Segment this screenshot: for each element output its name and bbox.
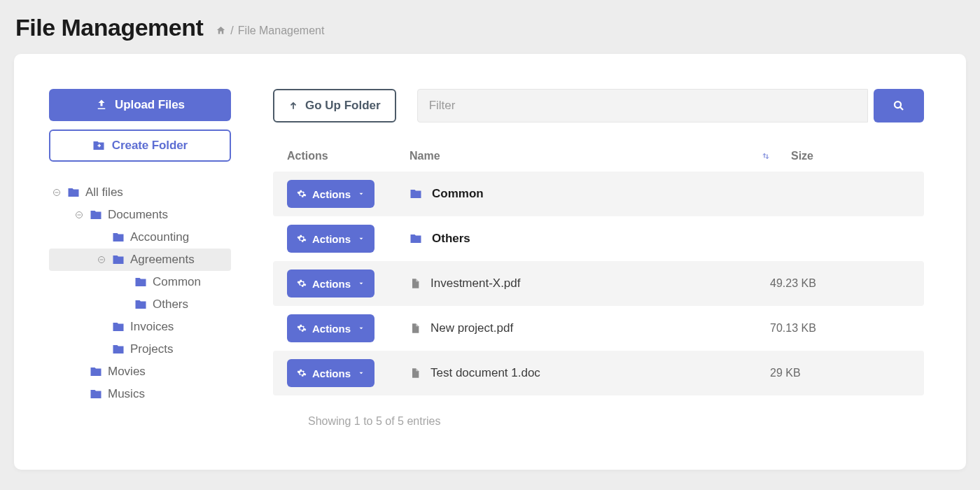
folder-icon xyxy=(67,186,80,199)
tree-toggle-icon[interactable] xyxy=(52,188,62,197)
breadcrumb-current: File Management xyxy=(238,24,325,37)
tree-item-label: Invoices xyxy=(130,320,174,334)
row-actions-button[interactable]: Actions xyxy=(287,180,374,208)
folder-icon xyxy=(112,253,125,266)
folder-plus-icon xyxy=(92,139,105,152)
caret-down-icon xyxy=(358,235,365,242)
folder-icon xyxy=(90,365,102,378)
folder-icon xyxy=(90,209,102,221)
tree-item-label: Accounting xyxy=(130,230,189,244)
folder-icon xyxy=(134,276,147,288)
tree-toggle-icon[interactable] xyxy=(74,211,84,219)
create-folder-button[interactable]: Create Folder xyxy=(49,130,231,162)
row-size: 29 KB xyxy=(770,367,910,379)
folder-icon xyxy=(112,343,125,356)
upload-files-button[interactable]: Upload Files xyxy=(49,89,231,121)
go-up-label: Go Up Folder xyxy=(305,99,381,113)
gear-icon xyxy=(297,234,307,244)
tree-item-agreements[interactable]: Agreements xyxy=(49,248,231,271)
table-row[interactable]: ActionsCommon xyxy=(273,172,924,216)
folder-icon xyxy=(112,231,125,244)
tree-item-label: Documents xyxy=(108,208,168,222)
row-actions-label: Actions xyxy=(312,188,351,200)
folder-tree: All filesDocumentsAccountingAgreementsCo… xyxy=(49,181,231,405)
file-icon xyxy=(410,367,421,379)
create-folder-label: Create Folder xyxy=(112,139,188,153)
tree-item-all-files[interactable]: All files xyxy=(49,181,231,204)
tree-item-label: All files xyxy=(85,186,123,200)
row-actions-button[interactable]: Actions xyxy=(287,270,374,298)
tree-item-projects[interactable]: Projects xyxy=(49,338,231,360)
caret-down-icon xyxy=(358,325,365,332)
row-size: 49.23 KB xyxy=(770,277,910,290)
tree-item-label: Musics xyxy=(108,387,145,401)
table-row[interactable]: ActionsNew project.pdf70.13 KB xyxy=(273,306,924,351)
tree-item-label: Agreements xyxy=(130,253,195,267)
row-name: Common xyxy=(432,187,484,201)
row-actions-label: Actions xyxy=(312,368,351,379)
row-actions-button[interactable]: Actions xyxy=(287,314,374,342)
column-header-size[interactable]: Size xyxy=(770,150,910,162)
table-entries-info: Showing 1 to 5 of 5 entries xyxy=(273,415,924,428)
gear-icon xyxy=(297,189,307,199)
gear-icon xyxy=(297,323,307,333)
tree-item-invoices[interactable]: Invoices xyxy=(49,316,231,338)
row-name: Test document 1.doc xyxy=(430,366,540,380)
svg-point-5 xyxy=(895,102,901,108)
caret-down-icon xyxy=(358,280,365,287)
filter-input[interactable] xyxy=(417,89,868,122)
page-title: File Management xyxy=(15,14,203,41)
column-header-name[interactable]: Name xyxy=(410,150,742,162)
caret-down-icon xyxy=(358,370,365,377)
tree-item-label: Projects xyxy=(130,342,173,356)
caret-down-icon xyxy=(358,190,365,197)
folder-icon xyxy=(410,188,422,200)
table-row[interactable]: ActionsOthers xyxy=(273,216,924,261)
arrow-up-icon xyxy=(288,100,298,111)
file-icon xyxy=(410,322,421,335)
row-actions-button[interactable]: Actions xyxy=(287,359,374,387)
go-up-folder-button[interactable]: Go Up Folder xyxy=(273,89,396,122)
upload-files-label: Upload Files xyxy=(115,98,185,112)
folder-icon xyxy=(112,321,125,333)
tree-item-accounting[interactable]: Accounting xyxy=(49,226,231,248)
row-actions-button[interactable]: Actions xyxy=(287,225,374,253)
search-icon xyxy=(892,99,905,112)
row-name: Investment-X.pdf xyxy=(430,276,521,290)
breadcrumb: / File Management xyxy=(216,24,324,37)
tree-item-common[interactable]: Common xyxy=(49,271,231,293)
row-actions-label: Actions xyxy=(312,278,351,290)
breadcrumb-separator: / xyxy=(230,24,233,37)
tree-item-label: Others xyxy=(153,298,188,312)
tree-item-documents[interactable]: Documents xyxy=(49,204,231,226)
sort-name-icon[interactable] xyxy=(742,150,770,162)
column-header-actions: Actions xyxy=(287,150,410,162)
tree-toggle-icon[interactable] xyxy=(97,255,106,264)
tree-item-label: Movies xyxy=(108,365,146,379)
tree-item-musics[interactable]: Musics xyxy=(49,383,231,405)
row-name: Others xyxy=(432,232,470,246)
tree-item-label: Common xyxy=(153,275,201,289)
svg-rect-1 xyxy=(99,144,100,148)
file-icon xyxy=(410,277,421,290)
row-size: 70.13 KB xyxy=(770,322,910,335)
folder-icon xyxy=(134,298,147,311)
tree-item-movies[interactable]: Movies xyxy=(49,360,231,383)
table-row[interactable]: ActionsTest document 1.doc29 KB xyxy=(273,351,924,396)
upload-icon xyxy=(95,99,108,111)
tree-item-others[interactable]: Others xyxy=(49,293,231,316)
row-name: New project.pdf xyxy=(430,321,513,335)
search-button[interactable] xyxy=(874,89,924,122)
folder-icon xyxy=(90,388,102,400)
row-actions-label: Actions xyxy=(312,323,351,335)
table-row[interactable]: ActionsInvestment-X.pdf49.23 KB xyxy=(273,261,924,306)
gear-icon xyxy=(297,279,307,288)
gear-icon xyxy=(297,368,307,378)
home-icon[interactable] xyxy=(216,25,226,36)
folder-icon xyxy=(410,232,422,245)
row-actions-label: Actions xyxy=(312,233,351,245)
